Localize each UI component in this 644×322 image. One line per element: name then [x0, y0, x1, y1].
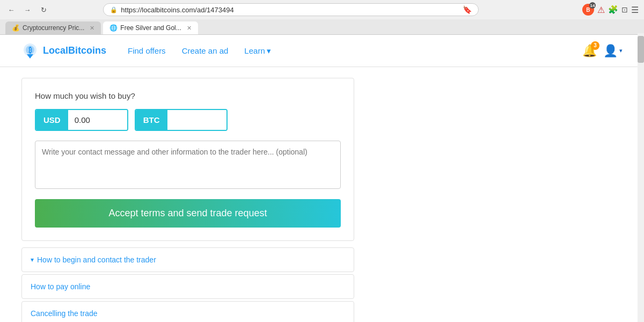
- user-icon: 👤: [603, 44, 618, 58]
- tab-favicon-2: 🌐: [109, 24, 117, 32]
- page-scroll-container: ₿ LocalBitcoins Find offers Create an ad…: [0, 35, 644, 322]
- forward-button[interactable]: →: [21, 4, 33, 16]
- tabs-bar: 💰 Cryptocurrency Pric... ✕ 🌐 Free Silver…: [0, 19, 644, 34]
- logo-area: ₿ LocalBitcoins: [21, 42, 106, 60]
- chevron-down-icon: ▾: [31, 256, 34, 264]
- warning-icon: ⚠: [597, 5, 605, 15]
- browser-chrome: ← → ↻ 🔒 https://localbitcoins.com/ad/147…: [0, 0, 644, 35]
- accept-trade-button[interactable]: Accept terms and send trade request: [35, 199, 341, 228]
- trade-card: How much you wish to buy? USD BTC Accept…: [21, 78, 354, 241]
- window-controls[interactable]: ⊡: [621, 5, 628, 14]
- accordion-header-begin[interactable]: ▾ How to begin and contact the trader: [22, 248, 354, 272]
- svg-marker-3: [27, 54, 33, 58]
- brave-icon[interactable]: B 14: [582, 4, 594, 16]
- bell-badge: 3: [591, 41, 599, 50]
- accordion-item-begin: ▾ How to begin and contact the trader: [21, 247, 354, 272]
- tab-close-1[interactable]: ✕: [90, 25, 94, 32]
- scrollbar-thumb: [638, 36, 644, 63]
- accordion-item-cancel: Cancelling the trade: [21, 301, 354, 322]
- amount-row: USD BTC: [35, 109, 341, 131]
- nav-icons: 🔔 3 👤 ▾: [582, 44, 623, 58]
- accordion-label-cancel: Cancelling the trade: [31, 309, 98, 318]
- btc-label: BTC: [136, 110, 167, 130]
- user-caret-icon: ▾: [619, 47, 623, 54]
- tab-localbitcoins[interactable]: 🌐 Free Silver and Gol... ✕: [103, 21, 197, 34]
- right-scrollbar[interactable]: [638, 33, 644, 322]
- question-label: How much you wish to buy?: [35, 91, 341, 100]
- learn-link[interactable]: Learn ▾: [244, 46, 270, 56]
- tab-close-2[interactable]: ✕: [187, 25, 192, 32]
- bookmark-icon: 🔖: [463, 5, 472, 14]
- accordion-header-pay[interactable]: How to pay online: [22, 275, 354, 298]
- bell-container[interactable]: 🔔 3: [582, 44, 597, 58]
- lock-icon: 🔒: [110, 6, 118, 13]
- find-offers-link[interactable]: Find offers: [128, 46, 166, 55]
- accordion-item-pay: How to pay online: [21, 274, 354, 299]
- logo-text: LocalBitcoins: [43, 45, 106, 56]
- accordion-label-pay: How to pay online: [31, 282, 90, 291]
- create-ad-link[interactable]: Create an ad: [182, 46, 229, 55]
- reload-button[interactable]: ↻: [38, 4, 49, 16]
- btc-field[interactable]: [167, 110, 226, 130]
- svg-text:₿: ₿: [28, 46, 32, 54]
- btc-input-container: BTC: [135, 109, 228, 131]
- extensions-icon[interactable]: 🧩: [608, 5, 618, 14]
- tab-title-1: Cryptocurrency Pric...: [23, 24, 84, 32]
- brave-badge: 14: [589, 2, 596, 9]
- main-content: How much you wish to buy? USD BTC Accept…: [0, 67, 376, 322]
- address-bar[interactable]: 🔒 https://localbitcoins.com/ad/1473494 🔖: [103, 3, 479, 16]
- tab-favicon-1: 💰: [12, 24, 19, 32]
- accordion-header-cancel[interactable]: Cancelling the trade: [22, 302, 354, 322]
- message-textarea[interactable]: [35, 141, 341, 189]
- browser-actions: B 14 ⚠ 🧩 ⊡ ☰: [582, 4, 639, 16]
- back-button[interactable]: ←: [5, 4, 17, 16]
- accordion-label-begin: How to begin and contact the trader: [37, 255, 156, 264]
- usd-input-container: USD: [35, 109, 128, 131]
- learn-dropdown-icon: ▾: [267, 46, 271, 56]
- browser-toolbar: ← → ↻ 🔒 https://localbitcoins.com/ad/147…: [0, 0, 644, 19]
- navbar: ₿ LocalBitcoins Find offers Create an ad…: [0, 35, 644, 67]
- page-wrapper: ₿ LocalBitcoins Find offers Create an ad…: [0, 35, 644, 322]
- logo-icon: ₿: [21, 42, 39, 60]
- url-text: https://localbitcoins.com/ad/1473494: [121, 6, 459, 14]
- menu-button[interactable]: ☰: [631, 5, 639, 15]
- usd-field[interactable]: [68, 110, 127, 130]
- tab-title-2: Free Silver and Gol...: [120, 24, 181, 32]
- tab-cryptocurrency[interactable]: 💰 Cryptocurrency Pric... ✕: [5, 21, 101, 34]
- user-menu-button[interactable]: 👤 ▾: [603, 44, 623, 58]
- usd-label: USD: [36, 110, 68, 130]
